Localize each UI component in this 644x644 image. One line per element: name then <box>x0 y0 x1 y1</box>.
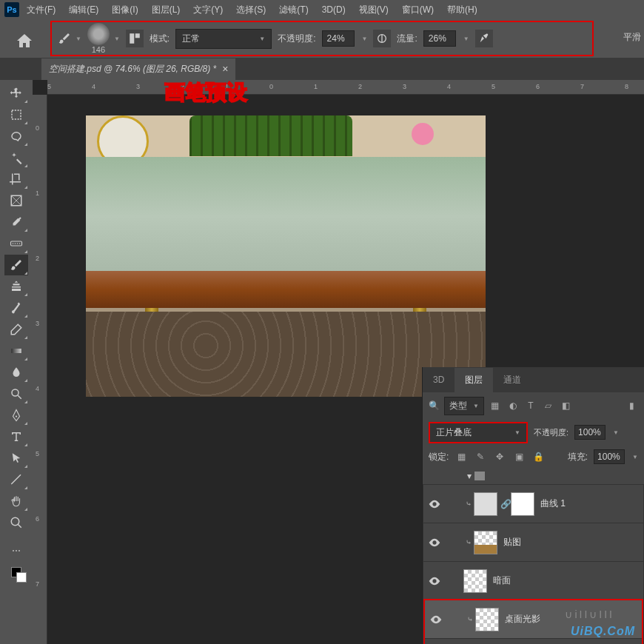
dodge-tool[interactable] <box>4 383 28 404</box>
menu-edit[interactable]: 编辑(E) <box>63 1 104 19</box>
menu-image[interactable]: 图像(I) <box>106 1 144 19</box>
foreground-background-color[interactable] <box>4 562 28 583</box>
close-icon[interactable]: × <box>222 63 228 75</box>
tab-channels[interactable]: 通道 <box>493 368 531 392</box>
move-tool[interactable] <box>4 83 28 104</box>
eraser-tool[interactable] <box>4 319 28 340</box>
layer-opacity-input[interactable]: 100% <box>574 425 606 440</box>
svg-point-9 <box>19 243 21 244</box>
chevron-down-icon: ▼ <box>259 36 265 42</box>
history-brush-tool[interactable] <box>4 298 28 318</box>
hand-tool[interactable] <box>4 491 28 511</box>
healing-brush-tool[interactable] <box>4 233 28 254</box>
flow-input[interactable]: 26% <box>423 30 456 47</box>
tab-layers[interactable]: 图层 <box>455 368 493 392</box>
marquee-tool[interactable] <box>4 104 28 125</box>
menu-select[interactable]: 选择(S) <box>230 1 272 19</box>
brush-preset-picker[interactable]: 146 ▼ <box>87 23 120 54</box>
visibility-toggle[interactable] <box>423 500 446 509</box>
chevron-down-icon[interactable]: ▼ <box>362 36 368 42</box>
filter-shape-icon[interactable]: ▱ <box>542 399 555 412</box>
tab-3d[interactable]: 3D <box>423 369 455 391</box>
lasso-tool[interactable] <box>4 126 28 147</box>
canvas[interactable] <box>86 115 486 397</box>
home-button[interactable] <box>7 24 41 58</box>
path-selection-tool[interactable] <box>4 448 28 469</box>
blend-mode-value: 正片叠底 <box>436 426 472 439</box>
menu-file[interactable]: 文件(F) <box>21 1 61 19</box>
brush-tool[interactable] <box>4 255 28 275</box>
layer-thumbnail[interactable] <box>474 492 497 516</box>
layer-row[interactable]: 暗面 <box>423 562 643 600</box>
layer-blend-mode-select[interactable]: 正片叠底 ▼ <box>429 422 528 443</box>
layer-name[interactable]: 贴图 <box>503 536 521 549</box>
pen-tool[interactable] <box>4 405 28 426</box>
svg-point-7 <box>15 243 16 244</box>
brush-panel-toggle[interactable] <box>126 30 144 47</box>
layer-thumbnail[interactable] <box>474 531 497 554</box>
airbrush-toggle[interactable] <box>475 30 493 47</box>
opacity-input[interactable]: 24% <box>322 30 355 47</box>
lock-all-icon[interactable]: 🔒 <box>531 450 545 463</box>
menu-3d[interactable]: 3D(D) <box>316 1 352 18</box>
clone-stamp-tool[interactable] <box>4 276 28 297</box>
zoom-tool[interactable] <box>4 512 28 533</box>
menu-view[interactable]: 视图(V) <box>353 1 395 19</box>
chevron-down-icon[interactable]: ▼ <box>632 454 638 460</box>
svg-point-6 <box>13 243 14 244</box>
blur-tool[interactable] <box>4 362 28 383</box>
filter-smartobject-icon[interactable]: ◧ <box>560 399 573 412</box>
brush-tool-preset[interactable]: ▼ <box>58 32 81 45</box>
layer-name[interactable]: 桌面光影 <box>505 613 540 625</box>
svg-point-11 <box>12 389 19 396</box>
watermark: UiBQ.CoM <box>571 625 635 638</box>
filter-adjustment-icon[interactable]: ◐ <box>506 399 520 412</box>
filter-pixel-icon[interactable]: ▦ <box>489 399 502 412</box>
lock-pixels-icon[interactable]: ✎ <box>474 450 487 463</box>
pressure-opacity-toggle[interactable] <box>373 30 391 47</box>
lock-position-icon[interactable]: ✥ <box>493 450 506 463</box>
watermark: ∪iII∪III <box>565 608 614 620</box>
menu-window[interactable]: 窗口(W) <box>396 1 440 19</box>
layer-mask-thumbnail[interactable] <box>511 492 534 516</box>
layer-thumbnail[interactable] <box>463 569 487 593</box>
magic-wand-tool[interactable] <box>4 147 28 168</box>
visibility-toggle[interactable] <box>425 615 447 624</box>
edit-toolbar[interactable]: ⋯ <box>4 540 28 561</box>
rectangle-tool[interactable] <box>4 469 28 490</box>
layer-row[interactable]: ⤷ 🔗 曲线 1 <box>423 485 643 523</box>
layer-name[interactable]: 曲线 1 <box>540 497 566 510</box>
clip-indicator-icon: ⤷ <box>465 615 475 623</box>
lock-label: 锁定: <box>429 451 449 463</box>
ruler-horizontal[interactable]: 54321012345678 <box>47 80 644 95</box>
layer-row[interactable]: ⤷ 贴图 <box>423 523 643 562</box>
eyedropper-tool[interactable] <box>4 212 28 232</box>
menu-layer[interactable]: 图层(L) <box>146 1 187 19</box>
svg-point-13 <box>11 517 19 526</box>
layer-name[interactable]: 暗面 <box>493 574 511 587</box>
chevron-down-icon[interactable]: ▼ <box>613 429 619 436</box>
chevron-down-icon: ▼ <box>514 429 520 436</box>
ruler-vertical[interactable]: 01234567 <box>33 95 47 644</box>
filter-toggle[interactable]: ▮ <box>625 399 638 412</box>
tools-panel: ⋯ <box>0 80 33 644</box>
blend-mode-select[interactable]: 正常 ▼ <box>175 29 272 49</box>
chevron-down-icon[interactable]: ▼ <box>463 36 469 42</box>
document-tab[interactable]: 空间搭建.psd @ 74.6% (图层 26, RGB/8) * × <box>41 58 235 80</box>
filter-type-icon[interactable]: T <box>524 399 537 412</box>
layer-fill-input[interactable]: 100% <box>594 449 625 464</box>
menu-filter[interactable]: 滤镜(T) <box>273 1 314 19</box>
layer-filter-type[interactable]: 类型 ▼ <box>444 397 484 415</box>
lock-artboard-icon[interactable]: ▣ <box>512 450 526 463</box>
layer-thumbnail[interactable] <box>475 608 499 631</box>
type-tool[interactable] <box>4 426 28 447</box>
visibility-toggle[interactable] <box>423 538 446 547</box>
visibility-toggle[interactable] <box>423 577 446 586</box>
layer-row[interactable]: ⤷ 木纹贴图 <box>425 639 642 644</box>
menu-help[interactable]: 帮助(H) <box>441 1 483 19</box>
frame-tool[interactable] <box>4 190 28 211</box>
menu-type[interactable]: 文字(Y) <box>187 1 229 19</box>
gradient-tool[interactable] <box>4 341 28 361</box>
lock-transparency-icon[interactable]: ▦ <box>455 450 468 463</box>
crop-tool[interactable] <box>4 169 28 189</box>
